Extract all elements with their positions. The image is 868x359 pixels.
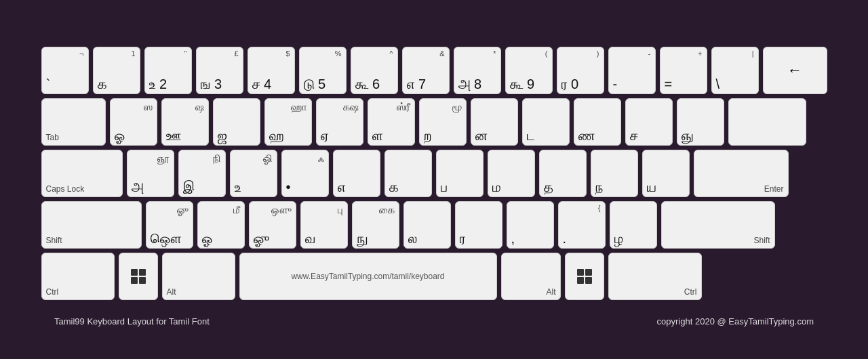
key-backspace[interactable]: ← (763, 47, 827, 94)
key-0[interactable]: ) ர 0 (557, 47, 604, 94)
key-d[interactable]: ஓி உ (230, 150, 277, 197)
key-backtick[interactable]: ¬ ` (41, 47, 89, 94)
key-minus[interactable]: - - (608, 47, 656, 94)
key-e[interactable]: ஜ (213, 98, 260, 146)
key-lbracket[interactable]: ச (625, 98, 673, 146)
key-z[interactable]: ஓு ஒௌ (146, 201, 193, 249)
key-t[interactable]: கஷ ஏ (316, 98, 363, 146)
key-enter-top[interactable] (728, 98, 806, 146)
key-2[interactable]: " உ 2 (144, 47, 192, 94)
key-win-right[interactable] (565, 253, 604, 300)
key-alt-left[interactable]: Alt (162, 253, 235, 300)
key-space[interactable]: www.EasyTamilTyping.com/tamil/keyboard (239, 253, 497, 300)
key-k[interactable]: ம (488, 150, 535, 197)
key-period[interactable]: { . (558, 201, 606, 249)
key-5[interactable]: % டு 5 (299, 47, 347, 94)
row-asdf: Caps Lock ஞூ அ நி இ ஓி உ ஃ • எ க ப (41, 150, 827, 197)
key-tab[interactable]: Tab (41, 98, 106, 146)
footer-copyright: copyright 2020 @ EasyTamilTyping.com (657, 316, 814, 326)
key-semicolon[interactable]: ந (591, 150, 638, 197)
key-shift-right[interactable]: Shift (661, 201, 775, 249)
key-ctrl-left[interactable]: Ctrl (41, 253, 115, 300)
key-1[interactable]: 1 க (93, 47, 140, 94)
key-backslash[interactable]: | \ (711, 47, 759, 94)
key-7[interactable]: & எ 7 (402, 47, 450, 94)
key-o[interactable]: ட (522, 98, 570, 146)
footer: Tamil99 Keyboard Layout for Tamil Font c… (47, 316, 821, 326)
key-n[interactable]: ல (403, 201, 451, 249)
key-p[interactable]: ண (574, 98, 621, 146)
key-6[interactable]: ^ கூ 6 (351, 47, 398, 94)
key-y[interactable]: ஸ்ரீ ள (368, 98, 415, 146)
key-i[interactable]: ன (471, 98, 518, 146)
key-8[interactable]: * அ 8 (454, 47, 501, 94)
key-l[interactable]: த (539, 150, 587, 197)
key-win-left[interactable] (119, 253, 158, 300)
key-q[interactable]: ஸ ஓ (110, 98, 157, 146)
row-numbers: ¬ ` 1 க " உ 2 £ ங 3 $ ச 4 % டு 5 ^ கூ 6 … (41, 47, 827, 94)
row-qwerty: Tab ஸ ஓ ஷ ஊ ஜ ஹா ஹ கஷ ஏ ஸ்ரீ ள மூ ற (41, 98, 827, 146)
key-capslock[interactable]: Caps Lock (41, 150, 123, 197)
key-j[interactable]: ப (436, 150, 484, 197)
key-equals[interactable]: + = (660, 47, 707, 94)
key-u[interactable]: மூ ற (419, 98, 467, 146)
key-quote[interactable]: ய (642, 150, 690, 197)
key-shift-left[interactable]: Shift (41, 201, 142, 249)
key-b[interactable]: கை நு (352, 201, 399, 249)
footer-title: Tamil99 Keyboard Layout for Tamil Font (54, 316, 210, 326)
row-zxcv: Shift ஓு ஒௌ மீ ஓ ஔு ஓு பு வ கை நு ல ர (41, 201, 827, 249)
key-w[interactable]: ஷ ஊ (161, 98, 209, 146)
key-v[interactable]: பு வ (300, 201, 348, 249)
key-rbracket[interactable]: ஞு (677, 98, 724, 146)
key-r[interactable]: ஹா ஹ (264, 98, 312, 146)
key-c[interactable]: ஔு ஓு (249, 201, 296, 249)
key-3[interactable]: £ ங 3 (196, 47, 243, 94)
key-x[interactable]: மீ ஓ (197, 201, 245, 249)
key-f[interactable]: ஃ • (281, 150, 329, 197)
key-a[interactable]: ஞூ அ (127, 150, 174, 197)
key-ctrl-right[interactable]: Ctrl (608, 253, 702, 300)
key-slash[interactable]: ழ (610, 201, 657, 249)
key-h[interactable]: க (384, 150, 432, 197)
key-comma[interactable]: , (507, 201, 554, 249)
key-4[interactable]: $ ச 4 (248, 47, 295, 94)
row-bottom: Ctrl Alt www.EasyTamilTyping.com/tamil/k… (41, 253, 827, 300)
key-g[interactable]: எ (333, 150, 380, 197)
key-9[interactable]: ( கூ 9 (505, 47, 553, 94)
key-s[interactable]: நி இ (178, 150, 226, 197)
key-m[interactable]: ர (455, 201, 502, 249)
key-alt-right[interactable]: Alt (501, 253, 561, 300)
key-enter[interactable]: Enter (694, 150, 789, 197)
keyboard: ¬ ` 1 க " உ 2 £ ங 3 $ ச 4 % டு 5 ^ கூ 6 … (28, 33, 841, 314)
